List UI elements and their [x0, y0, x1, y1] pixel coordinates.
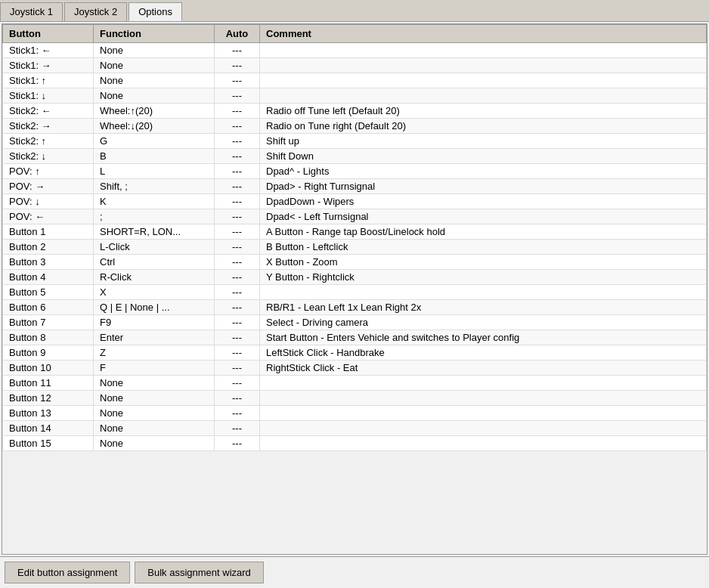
table-row[interactable]: Button 11None---: [3, 376, 707, 391]
cell-button: Button 1: [3, 224, 94, 240]
cell-auto: ---: [215, 194, 260, 209]
table-row[interactable]: POV: ←;---Dpad< - Left Turnsignal: [3, 209, 707, 224]
table-row[interactable]: Stick1: ←None---: [3, 43, 707, 58]
table-row[interactable]: Button 1SHORT=R, LON...---A Button - Ran…: [3, 224, 707, 240]
cell-comment: [260, 58, 707, 73]
table-row[interactable]: Button 15None---: [3, 436, 707, 451]
cell-comment: Dpad> - Right Turnsignal: [260, 179, 707, 194]
cell-comment: Shift Down: [260, 149, 707, 164]
cell-function: Wheel:↑(20): [94, 104, 215, 119]
cell-comment: Select - Driving camera: [260, 315, 707, 330]
edit-button-assignment-button[interactable]: Edit button assignment: [5, 562, 130, 583]
cell-button: Button 10: [3, 361, 94, 376]
table-row[interactable]: Button 10F---RightStick Click - Eat: [3, 361, 707, 376]
cell-button: Button 6: [3, 300, 94, 315]
cell-comment: [260, 391, 707, 406]
cell-button: Button 14: [3, 421, 94, 436]
table-row[interactable]: Button 7F9---Select - Driving camera: [3, 315, 707, 330]
cell-function: L-Click: [94, 240, 215, 255]
table-row[interactable]: Stick1: ↓None---: [3, 88, 707, 104]
cell-function: F: [94, 361, 215, 376]
cell-function: Enter: [94, 330, 215, 345]
cell-function: None: [94, 421, 215, 436]
cell-auto: ---: [215, 149, 260, 164]
cell-comment: RB/R1 - Lean Left 1x Lean Right 2x: [260, 300, 707, 315]
cell-auto: ---: [215, 270, 260, 285]
cell-comment: RightStick Click - Eat: [260, 361, 707, 376]
cell-button: Stick1: →: [3, 58, 94, 73]
table-row[interactable]: Button 12None---: [3, 391, 707, 406]
cell-button: Stick2: ↑: [3, 134, 94, 149]
cell-auto: ---: [215, 224, 260, 240]
cell-button: Button 8: [3, 330, 94, 345]
cell-comment: [260, 376, 707, 391]
cell-comment: [260, 436, 707, 451]
cell-button: POV: ←: [3, 209, 94, 224]
cell-auto: ---: [215, 88, 260, 104]
cell-button: POV: ↑: [3, 164, 94, 179]
table-row[interactable]: Button 3Ctrl---X Button - Zoom: [3, 255, 707, 270]
table-row[interactable]: POV: ↑L---Dpad^ - Lights: [3, 164, 707, 179]
table-row[interactable]: Stick2: →Wheel:↓(20)---Radio on Tune rig…: [3, 119, 707, 134]
cell-function: K: [94, 194, 215, 209]
cell-auto: ---: [215, 255, 260, 270]
cell-button: Stick1: ↑: [3, 73, 94, 88]
table-row[interactable]: Button 9Z---LeftStick Click - Handbrake: [3, 345, 707, 361]
cell-comment: [260, 421, 707, 436]
table-row[interactable]: Stick2: ←Wheel:↑(20)---Radio off Tune le…: [3, 104, 707, 119]
cell-button: Button 4: [3, 270, 94, 285]
cell-button: Button 13: [3, 406, 94, 421]
cell-auto: ---: [215, 240, 260, 255]
table-row[interactable]: Button 5X---: [3, 285, 707, 300]
cell-function: None: [94, 436, 215, 451]
cell-comment: [260, 285, 707, 300]
cell-function: Shift, ;: [94, 179, 215, 194]
tab-bar: Joystick 1Joystick 2Options: [0, 0, 709, 22]
table-row[interactable]: Stick1: →None---: [3, 58, 707, 73]
table-row[interactable]: Button 2L-Click---B Button - Leftclick: [3, 240, 707, 255]
cell-button: Stick1: ←: [3, 43, 94, 58]
cell-function: Ctrl: [94, 255, 215, 270]
table-container[interactable]: Button Function Auto Comment Stick1: ←No…: [2, 23, 707, 555]
table-row[interactable]: Stick2: ↓B---Shift Down: [3, 149, 707, 164]
table-row[interactable]: POV: ↓K---DpadDown - Wipers: [3, 194, 707, 209]
tab-joystick-2[interactable]: Joystick 2: [64, 2, 127, 21]
bulk-assignment-wizard-button[interactable]: Bulk assignment wizard: [135, 562, 264, 583]
cell-button: Button 3: [3, 255, 94, 270]
cell-comment: A Button - Range tap Boost/Linelock hold: [260, 224, 707, 240]
table-row[interactable]: POV: →Shift, ;---Dpad> - Right Turnsigna…: [3, 179, 707, 194]
cell-function: None: [94, 88, 215, 104]
table-header: Button Function Auto Comment: [3, 25, 707, 43]
cell-comment: Shift up: [260, 134, 707, 149]
cell-comment: B Button - Leftclick: [260, 240, 707, 255]
cell-button: Button 9: [3, 345, 94, 361]
cell-function: F9: [94, 315, 215, 330]
cell-button: POV: ↓: [3, 194, 94, 209]
tab-joystick-1[interactable]: Joystick 1: [0, 2, 63, 21]
cell-auto: ---: [215, 104, 260, 119]
table-row[interactable]: Button 6Q | E | None | ...---RB/R1 - Lea…: [3, 300, 707, 315]
cell-comment: LeftStick Click - Handbrake: [260, 345, 707, 361]
table-row[interactable]: Stick2: ↑G---Shift up: [3, 134, 707, 149]
table-row[interactable]: Button 4R-Click---Y Button - Rightclick: [3, 270, 707, 285]
header-auto: Auto: [215, 25, 260, 43]
table-row[interactable]: Button 14None---: [3, 421, 707, 436]
cell-button: Button 7: [3, 315, 94, 330]
table-row[interactable]: Stick1: ↑None---: [3, 73, 707, 88]
table-row[interactable]: Button 8Enter---Start Button - Enters Ve…: [3, 330, 707, 345]
header-button: Button: [3, 25, 94, 43]
cell-auto: ---: [215, 43, 260, 58]
content-area: Button Function Auto Comment Stick1: ←No…: [0, 22, 709, 588]
table-body: Stick1: ←None---Stick1: →None---Stick1: …: [3, 43, 707, 451]
cell-comment: Start Button - Enters Vehicle and switch…: [260, 330, 707, 345]
tab-options[interactable]: Options: [128, 2, 182, 21]
cell-function: None: [94, 406, 215, 421]
cell-button: Button 11: [3, 376, 94, 391]
cell-auto: ---: [215, 179, 260, 194]
table-row[interactable]: Button 13None---: [3, 406, 707, 421]
cell-function: Wheel:↓(20): [94, 119, 215, 134]
cell-comment: Dpad^ - Lights: [260, 164, 707, 179]
cell-auto: ---: [215, 285, 260, 300]
cell-auto: ---: [215, 421, 260, 436]
cell-function: None: [94, 376, 215, 391]
